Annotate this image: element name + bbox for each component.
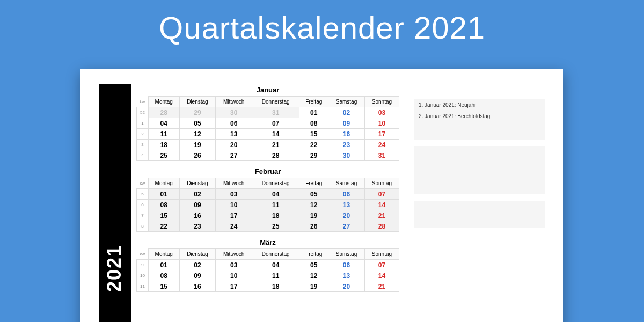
- day-cell: 03: [216, 189, 252, 200]
- day-cell: 23: [328, 140, 365, 150]
- day-cell: 15: [149, 281, 180, 292]
- day-cell: 30: [216, 107, 252, 118]
- day-cell: 01: [299, 107, 328, 118]
- day-cell: 29: [179, 107, 216, 118]
- weekday-header: Sonntag: [364, 249, 399, 260]
- kw-header: kw: [137, 178, 149, 189]
- day-cell: 10: [364, 118, 399, 129]
- day-cell: 05: [179, 118, 216, 129]
- kw-cell: 7: [137, 210, 149, 221]
- calendar-week-row: 425262728293031: [137, 150, 399, 161]
- weekday-header: Sonntag: [364, 178, 399, 189]
- day-cell: 08: [149, 200, 180, 210]
- day-cell: 14: [252, 129, 299, 140]
- day-cell: 22: [299, 140, 328, 150]
- weekday-header: Samstag: [328, 178, 365, 189]
- day-cell: 17: [364, 129, 399, 140]
- day-cell: 18: [252, 210, 299, 221]
- day-cell: 09: [179, 270, 216, 281]
- note-entry: 1. Januar 2021: Neujahr: [419, 102, 541, 108]
- weekday-header: Freitag: [299, 249, 328, 260]
- day-cell: 18: [149, 140, 180, 150]
- kw-cell: 5: [137, 189, 149, 200]
- calendar-week-row: 901020304050607: [137, 260, 399, 270]
- weekday-header: Donnerstag: [252, 249, 299, 260]
- month-maerz: März kw Montag Dienstag Mittwoch Donners…: [136, 236, 399, 292]
- day-cell: 25: [149, 150, 180, 161]
- day-cell: 16: [328, 129, 365, 140]
- day-cell: 27: [328, 221, 365, 232]
- day-cell: 13: [328, 270, 365, 281]
- day-cell: 12: [299, 270, 328, 281]
- day-cell: 01: [149, 189, 180, 200]
- day-cell: 08: [149, 270, 180, 281]
- months-column: Januar kw Montag Dienstag Mittwoch Donne…: [136, 84, 399, 322]
- month-body: 5228293031010203104050607080910211121314…: [137, 107, 399, 161]
- day-cell: 15: [299, 129, 328, 140]
- day-cell: 02: [179, 260, 216, 270]
- day-cell: 16: [179, 281, 216, 292]
- kw-header: kw: [137, 249, 149, 260]
- day-cell: 17: [216, 281, 252, 292]
- month-name: Februar: [136, 165, 399, 178]
- note-entry: 2. Januar 2021: Berchtoldstag: [419, 113, 541, 119]
- day-cell: 26: [299, 221, 328, 232]
- weekday-header: Dienstag: [179, 178, 216, 189]
- weekday-header: Freitag: [299, 97, 328, 107]
- weekday-header: Dienstag: [179, 97, 216, 107]
- day-cell: 06: [328, 260, 365, 270]
- day-cell: 21: [252, 140, 299, 150]
- weekday-header: Montag: [149, 249, 180, 260]
- kw-cell: 3: [137, 140, 149, 150]
- day-cell: 10: [216, 200, 252, 210]
- kw-cell: 4: [137, 150, 149, 161]
- day-cell: 16: [179, 210, 216, 221]
- notes-maerz: [414, 201, 545, 228]
- kw-cell: 2: [137, 129, 149, 140]
- calendar-week-row: 211121314151617: [137, 129, 399, 140]
- weekday-header: Mittwoch: [216, 249, 252, 260]
- day-cell: 20: [216, 140, 252, 150]
- day-cell: 24: [216, 221, 252, 232]
- day-cell: 11: [252, 200, 299, 210]
- notes-column: 1. Januar 2021: Neujahr 2. Januar 2021: …: [399, 84, 545, 322]
- kw-cell: 9: [137, 260, 149, 270]
- day-cell: 26: [179, 150, 216, 161]
- month-table: kw Montag Dienstag Mittwoch Donnerstag F…: [136, 178, 399, 232]
- calendar-week-row: 715161718192021: [137, 210, 399, 221]
- weekday-header: Mittwoch: [216, 97, 252, 107]
- day-cell: 07: [252, 118, 299, 129]
- day-cell: 18: [252, 281, 299, 292]
- calendar-week-row: 501020304050607: [137, 189, 399, 200]
- month-januar: Januar kw Montag Dienstag Mittwoch Donne…: [136, 84, 399, 161]
- calendar-week-row: 608091011121314: [137, 200, 399, 210]
- day-cell: 07: [364, 189, 399, 200]
- weekday-header: Freitag: [299, 178, 328, 189]
- month-table: kw Montag Dienstag Mittwoch Donnerstag F…: [136, 248, 399, 292]
- day-cell: 27: [216, 150, 252, 161]
- month-table: kw Montag Dienstag Mittwoch Donnerstag F…: [136, 96, 399, 161]
- day-cell: 01: [149, 260, 180, 270]
- page-title: Quartalskalender 2021: [0, 0, 644, 46]
- day-cell: 23: [179, 221, 216, 232]
- day-cell: 02: [328, 107, 365, 118]
- month-body: 9010203040506071008091011121314111516171…: [137, 260, 399, 292]
- day-cell: 28: [252, 150, 299, 161]
- day-cell: 29: [299, 150, 328, 161]
- day-cell: 31: [364, 150, 399, 161]
- day-cell: 03: [364, 107, 399, 118]
- calendar-sheet: 2021 Januar kw Montag Dienstag Mittwoch …: [80, 69, 564, 322]
- day-cell: 19: [299, 281, 328, 292]
- kw-cell: 10: [137, 270, 149, 281]
- day-cell: 04: [149, 118, 180, 129]
- kw-cell: 52: [137, 107, 149, 118]
- kw-cell: 1: [137, 118, 149, 129]
- calendar-week-row: 318192021222324: [137, 140, 399, 150]
- day-cell: 20: [328, 281, 365, 292]
- day-cell: 19: [299, 210, 328, 221]
- notes-februar: [414, 146, 545, 194]
- day-cell: 13: [216, 129, 252, 140]
- day-cell: 28: [149, 107, 180, 118]
- calendar-week-row: 822232425262728: [137, 221, 399, 232]
- day-cell: 09: [179, 200, 216, 210]
